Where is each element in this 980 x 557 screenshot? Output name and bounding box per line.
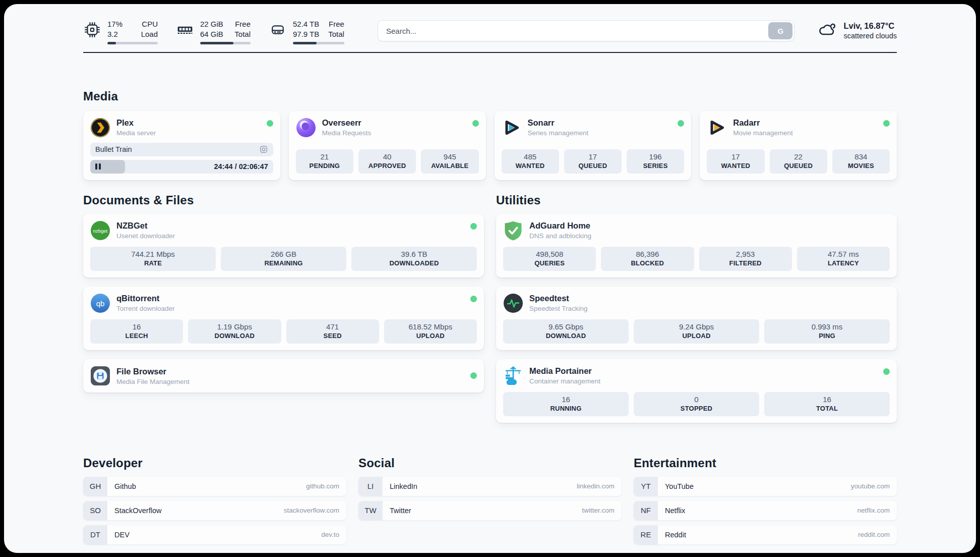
cpu-percent: 17% bbox=[107, 19, 122, 29]
bookmark-url: dev.to bbox=[321, 531, 339, 538]
stat-rate: 744.21 Mbps RATE bbox=[90, 247, 216, 271]
stat-queued: 17 QUEUED bbox=[564, 149, 622, 174]
bookmark-url: twitter.com bbox=[582, 507, 615, 514]
bookmark-netflix[interactable]: NF Netflix netflix.com bbox=[634, 501, 897, 520]
stat-remaining: 266 GB REMAINING bbox=[221, 247, 346, 271]
app-title: Speedtest bbox=[529, 293, 588, 303]
status-dot bbox=[883, 120, 890, 127]
app-subtitle: DNS and adblocking bbox=[529, 232, 591, 240]
app-title: Media Portainer bbox=[529, 366, 600, 376]
bookmark-name: Twitter bbox=[390, 507, 411, 515]
bookmark-name: Reddit bbox=[665, 531, 686, 539]
bookmark-abbr: YT bbox=[634, 477, 658, 496]
status-dot bbox=[678, 120, 684, 127]
app-subtitle: Torrent downloader bbox=[116, 305, 175, 312]
playback-time: 24:44 / 02:06:47 bbox=[214, 162, 268, 171]
stat-download: 1.19 Gbps DOWNLOAD bbox=[188, 319, 281, 344]
stat-ping: 0.993 ms PING bbox=[764, 319, 890, 344]
stat-movies: 834 MOVIES bbox=[832, 149, 890, 174]
nzbget-card[interactable]: nzbget NZBGet Usenet downloader 74 bbox=[83, 214, 484, 277]
section-title-entertainment: Entertainment bbox=[634, 456, 897, 470]
app-title: NZBGet bbox=[116, 220, 175, 231]
developer-column: Developer GH Github github.com SO StackO… bbox=[83, 456, 346, 544]
top-bar: 17% 3.2 CPU Load bbox=[83, 19, 897, 44]
disk-free-label: Free bbox=[329, 19, 344, 29]
bookmark-github[interactable]: GH Github github.com bbox=[83, 477, 346, 496]
media-card-grid: Plex Media server Bullet Train bbox=[83, 111, 897, 180]
status-dot bbox=[472, 120, 479, 127]
documents-column: Documents & Files nzbget bbox=[83, 193, 484, 423]
adguard-card[interactable]: AdGuard Home DNS and adblocking 498,508 … bbox=[496, 214, 897, 277]
status-dot bbox=[470, 296, 477, 302]
plex-card[interactable]: Plex Media server Bullet Train bbox=[83, 111, 280, 180]
video-icon bbox=[259, 145, 268, 154]
bookmark-stackoverflow[interactable]: SO StackOverflow stackoverflow.com bbox=[83, 501, 346, 520]
section-title-documents: Documents & Files bbox=[83, 193, 484, 207]
sonarr-icon bbox=[502, 118, 522, 138]
stat-download: 9.65 Gbps DOWNLOAD bbox=[503, 319, 629, 344]
dashboard-panel: 17% 3.2 CPU Load bbox=[4, 4, 976, 553]
overseerr-card[interactable]: Overseerr Media Requests 21 PENDING 40 A… bbox=[289, 111, 486, 180]
search-bar: G bbox=[378, 20, 794, 41]
cpu-widget: 17% 3.2 CPU Load bbox=[83, 19, 158, 44]
app-title: Sonarr bbox=[528, 118, 589, 128]
svg-text:qb: qb bbox=[96, 299, 105, 307]
bookmark-youtube[interactable]: YT YouTube youtube.com bbox=[634, 477, 897, 496]
nzbget-icon: nzbget bbox=[90, 220, 110, 241]
bookmark-name: YouTube bbox=[665, 482, 694, 490]
bookmark-abbr: RE bbox=[634, 525, 658, 544]
bookmark-dev[interactable]: DT DEV dev.to bbox=[83, 525, 346, 544]
app-title: qBittorrent bbox=[116, 293, 175, 303]
bookmark-linkedin[interactable]: LI LinkedIn linkedin.com bbox=[358, 477, 622, 496]
filebrowser-icon bbox=[90, 366, 110, 386]
stat-latency: 47.57 ms LATENCY bbox=[797, 247, 890, 271]
stat-upload: 618.52 Mbps UPLOAD bbox=[384, 319, 477, 344]
memory-free-value: 22 GiB bbox=[200, 19, 223, 29]
bookmark-url: netflix.com bbox=[857, 507, 890, 514]
bookmark-abbr: TW bbox=[358, 501, 383, 520]
bookmark-twitter[interactable]: TW Twitter twitter.com bbox=[358, 501, 622, 520]
bookmark-url: stackoverflow.com bbox=[284, 507, 339, 514]
memory-total-value: 64 GiB bbox=[200, 29, 223, 39]
cloud-icon bbox=[817, 20, 837, 40]
portainer-card[interactable]: Media Portainer Container management 16 … bbox=[496, 359, 897, 423]
weather-widget: Lviv, 16.87°C scattered clouds bbox=[817, 20, 897, 40]
radarr-icon bbox=[707, 118, 727, 138]
bookmark-abbr: GH bbox=[83, 477, 107, 496]
cpu-label: CPU bbox=[142, 19, 158, 29]
speedtest-card[interactable]: Speedtest Speedtest Tracking 9.65 Gbps D… bbox=[496, 287, 897, 350]
disk-icon bbox=[269, 21, 287, 39]
disk-total-value: 97.9 TB bbox=[293, 29, 319, 39]
search-engine-button[interactable]: G bbox=[768, 22, 792, 39]
weather-condition: scattered clouds bbox=[843, 32, 897, 40]
stat-total: 16 TOTAL bbox=[764, 392, 890, 416]
sonarr-card[interactable]: Sonarr Series management 485 WANTED 17 Q… bbox=[495, 111, 692, 180]
qbittorrent-card[interactable]: qb qBittorrent Torrent downloader bbox=[83, 287, 484, 350]
bookmark-name: Netflix bbox=[665, 507, 685, 515]
stat-running: 16 RUNNING bbox=[503, 392, 629, 416]
stat-filtered: 2,953 FILTERED bbox=[699, 247, 792, 271]
section-title-utilities: Utilities bbox=[496, 193, 897, 207]
overseerr-icon bbox=[296, 118, 316, 138]
disk-progress-bar bbox=[293, 42, 344, 44]
app-subtitle: Media File Management bbox=[116, 378, 190, 385]
bookmark-name: Github bbox=[114, 482, 136, 490]
disk-total-label: Total bbox=[328, 29, 344, 39]
status-dot bbox=[470, 372, 477, 379]
speedtest-icon bbox=[503, 293, 523, 313]
stat-queued: 22 QUEUED bbox=[770, 149, 827, 174]
social-column: Social LI LinkedIn linkedin.com TW Twitt… bbox=[358, 456, 622, 544]
stat-upload: 9.24 Gbps UPLOAD bbox=[634, 319, 759, 344]
bookmark-url: reddit.com bbox=[858, 531, 890, 538]
bookmark-reddit[interactable]: RE Reddit reddit.com bbox=[634, 525, 897, 544]
app-subtitle: Speedtest Tracking bbox=[529, 305, 588, 312]
filebrowser-card[interactable]: File Browser Media File Management bbox=[83, 359, 484, 393]
now-playing-row: Bullet Train bbox=[90, 143, 273, 156]
weather-location: Lviv, 16.87°C bbox=[843, 21, 897, 31]
radarr-card[interactable]: Radarr Movie management 17 WANTED 22 QUE… bbox=[700, 111, 897, 180]
app-title: Overseerr bbox=[322, 118, 372, 128]
topbar-divider bbox=[83, 52, 897, 53]
search-input[interactable] bbox=[380, 27, 768, 35]
bookmark-name: DEV bbox=[114, 531, 130, 539]
status-dot bbox=[470, 223, 477, 230]
